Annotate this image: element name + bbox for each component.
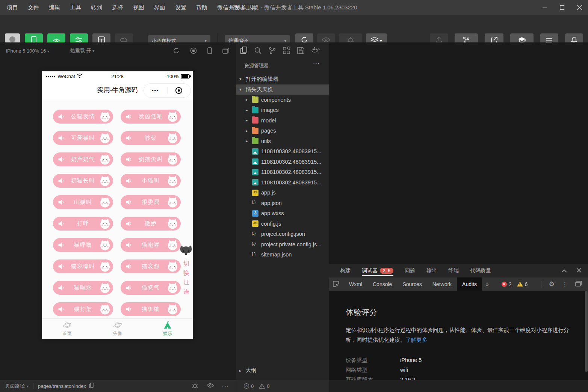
tree-item[interactable]: project.private.config.js... (236, 239, 329, 250)
tree-item[interactable]: 情头天天换 (236, 84, 329, 95)
minimize-capsule-button[interactable] (168, 87, 191, 94)
menu-item[interactable]: 视图 (133, 4, 144, 11)
debug-tab[interactable]: 调试器 2, 6 (362, 264, 393, 277)
outline-section[interactable]: 大纲 (236, 366, 329, 375)
tree-item[interactable]: utils (236, 136, 329, 146)
sound-button[interactable]: 奶猫长叫 (53, 174, 113, 188)
sound-button[interactable]: 奶猫尖叫 (121, 152, 181, 166)
collapse-panel-icon[interactable] (562, 267, 567, 274)
menu-item[interactable]: 编辑 (49, 4, 60, 11)
menu-item[interactable]: 界面 (154, 4, 165, 11)
sound-button[interactable]: 奶声奶气 (53, 152, 113, 166)
devtools-tab[interactable]: Console (367, 277, 397, 291)
maximize-button[interactable] (553, 0, 571, 15)
debug-tab[interactable]: 代码质量 (470, 264, 491, 277)
sound-button[interactable]: 吵架 (121, 131, 181, 145)
sound-button[interactable]: 猫打架 (53, 302, 113, 316)
sound-button[interactable]: 猫饥饿 (121, 302, 181, 316)
gear-icon[interactable]: ⚙ (549, 280, 555, 288)
tree-item[interactable]: 1108100302.48083915... (236, 146, 329, 157)
sound-button[interactable]: 猫咆哮 (121, 238, 181, 252)
debug-tab[interactable]: 问题 (405, 264, 415, 277)
switch-bark-label[interactable]: 切换汪语 (183, 260, 190, 295)
sound-button[interactable]: 猫怒气 (121, 281, 181, 295)
husky-toggle-button[interactable] (179, 244, 193, 259)
sound-button[interactable]: 猫呼噜 (53, 238, 113, 252)
phone-tab[interactable]: 头像 (92, 319, 143, 339)
copy-icon[interactable] (89, 383, 94, 389)
device-selector[interactable]: iPhone 5 100% 16 ▾ (6, 48, 49, 54)
eye-icon[interactable] (207, 383, 214, 389)
devtools-tab[interactable]: Network (427, 277, 457, 291)
sound-button[interactable]: 可爱猫叫 (53, 131, 113, 145)
menu-item[interactable]: 选择 (112, 4, 123, 11)
extensions-icon[interactable] (283, 47, 290, 54)
tree-item[interactable]: 1108100302.48083915... (236, 157, 329, 167)
hot-reload-toggle[interactable]: 热重载 开 ▾ (70, 47, 94, 54)
menu-item[interactable]: 微信开发者工具 (217, 4, 257, 11)
sound-button[interactable]: 发凶低吼 (121, 110, 181, 124)
sound-button[interactable]: 小猫叫 (121, 174, 181, 188)
devtools-tab[interactable]: Audits (457, 277, 482, 291)
tree-item[interactable]: model (236, 115, 329, 126)
debug-tab[interactable]: 终端 (448, 264, 459, 277)
more-menu-button[interactable]: ••• (144, 88, 167, 93)
tree-item[interactable]: project.config.json (236, 229, 329, 240)
bug-icon[interactable] (192, 383, 198, 390)
sound-button[interactable]: 山猫叫 (53, 195, 113, 209)
tree-item[interactable]: 1108100302.48083915... (236, 177, 329, 188)
close-panel-icon[interactable] (577, 267, 581, 274)
debug-tab[interactable]: 构建 (340, 264, 351, 277)
tree-item[interactable]: 打开的编辑器 (236, 74, 329, 84)
devtools-tab[interactable]: Wxml (344, 277, 367, 291)
sound-button[interactable]: 公猫发情 (53, 110, 113, 124)
status-warning-count[interactable]: 0 (259, 383, 269, 389)
files-icon[interactable] (240, 47, 247, 54)
tree-item[interactable]: sitemap.json (236, 250, 329, 260)
git-branch-icon[interactable] (269, 47, 276, 54)
tree-item[interactable]: config.js (236, 219, 329, 229)
menu-item[interactable]: 项目 (7, 4, 18, 11)
menu-item[interactable]: 文件 (28, 4, 39, 11)
tree-item[interactable]: pages (236, 126, 329, 136)
more-tabs-icon[interactable]: » (482, 281, 493, 287)
phone-tab[interactable]: 首页 (42, 319, 92, 339)
more-actions-icon[interactable]: ··· (313, 60, 320, 66)
scrollbar-thumb[interactable] (585, 291, 588, 372)
sound-button[interactable]: 撒娇 (121, 217, 181, 231)
warning-count[interactable]: 6 (517, 281, 528, 287)
phone-tab[interactable]: 娱乐 (142, 319, 193, 339)
error-count[interactable]: ✕2 (502, 281, 512, 287)
sound-button[interactable]: 猫喝水 (53, 281, 113, 295)
tree-item[interactable]: app.wxss (236, 208, 329, 219)
menu-item[interactable]: 设置 (175, 4, 186, 11)
device-frame-icon[interactable] (207, 47, 212, 54)
save-icon[interactable] (297, 47, 304, 54)
menu-item[interactable]: 帮助 (196, 4, 207, 11)
stop-icon[interactable] (190, 47, 197, 54)
tree-item[interactable]: 1108100302.48083915... (236, 167, 329, 178)
devtools-tab[interactable]: Sources (397, 277, 427, 291)
sound-button[interactable]: 很委屈 (121, 195, 181, 209)
debug-tab[interactable]: 输出 (426, 264, 437, 277)
minimize-button[interactable] (536, 0, 553, 15)
sound-button[interactable]: 打呼 (53, 217, 113, 231)
dock-icon[interactable] (575, 281, 582, 288)
search-icon[interactable] (254, 47, 262, 54)
tree-item[interactable]: app.json (236, 198, 329, 208)
multi-window-icon[interactable] (222, 48, 229, 54)
docker-icon[interactable] (311, 47, 320, 54)
restart-icon[interactable] (173, 47, 180, 54)
ellipsis-icon[interactable]: ··· (222, 383, 229, 389)
menu-item[interactable]: 工具 (70, 4, 81, 11)
kebab-icon[interactable]: ⋮ (562, 281, 568, 288)
inspect-icon[interactable] (329, 281, 344, 288)
tree-item[interactable]: components (236, 95, 329, 105)
close-button[interactable] (571, 0, 588, 15)
menu-item[interactable]: 转到 (91, 4, 102, 11)
sound-button[interactable]: 猫哀嚎叫 (53, 259, 113, 273)
tree-item[interactable]: images (236, 105, 329, 116)
sound-button[interactable]: 猫哀怨 (121, 259, 181, 273)
tree-item[interactable]: app.js (236, 188, 329, 198)
page-path-selector[interactable]: 页面路径▾ (5, 383, 29, 389)
